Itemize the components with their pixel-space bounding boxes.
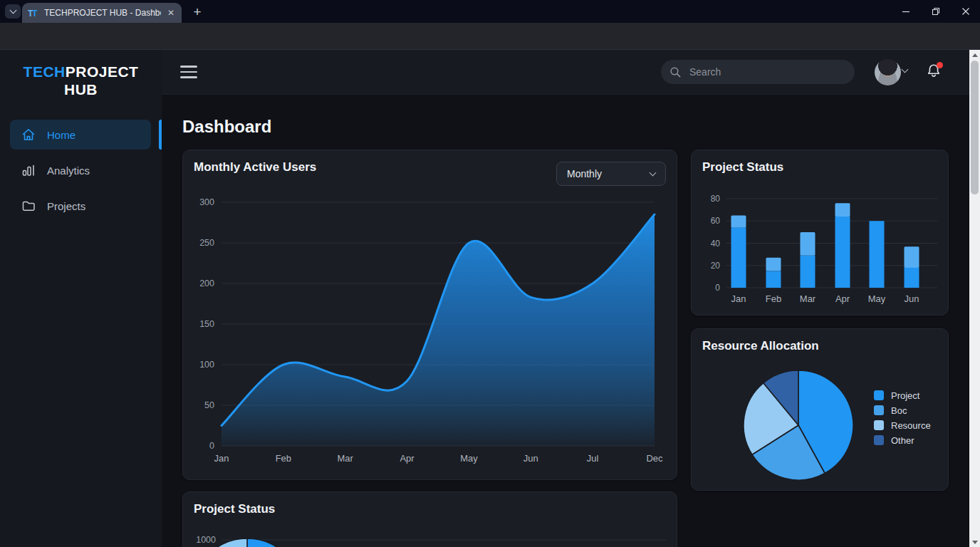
axis-tick-label: 0 [209, 441, 214, 451]
window-controls [902, 0, 974, 23]
axis-tick-label: 40 [711, 239, 721, 249]
card-monthly-active-users: Monthly Active Users Monthly 05010015020… [182, 150, 677, 480]
search-box[interactable] [661, 60, 855, 84]
bar-chart: 020406080JanFebMarAprMayJun [692, 190, 949, 311]
axis-tick-label: 50 [204, 400, 214, 410]
period-select[interactable]: Monthly [556, 162, 666, 186]
bar-segment [835, 217, 850, 288]
legend-swatch [874, 405, 884, 415]
axis-tick-label: 150 [199, 319, 214, 329]
sidebar-item-home[interactable]: Home [10, 120, 151, 150]
sidebar-item-projects[interactable]: Projects [10, 191, 151, 221]
bar-segment [731, 228, 746, 288]
page-title: Dashboard [182, 117, 271, 137]
bar-segment-light [731, 215, 746, 227]
search-icon [669, 66, 682, 78]
logo-part-accent: TECH [24, 63, 66, 80]
minimize-button[interactable] [902, 7, 910, 16]
user-avatar[interactable] [875, 59, 901, 85]
bar-segment [801, 256, 815, 288]
axis-tick-label: Jul [587, 453, 599, 464]
tab-search-button[interactable] [5, 4, 21, 19]
axis-tick-label: 100 [199, 360, 214, 370]
axis-tick-label: May [868, 293, 886, 304]
legend-item[interactable]: Project [874, 390, 931, 400]
axis-tick-label: Feb [766, 293, 781, 304]
axis-tick-label: Jan [214, 453, 229, 464]
bar-segment-light [766, 258, 781, 271]
bar-segment-light [905, 246, 919, 268]
site-favicon: T T [28, 7, 39, 19]
axis-tick-label: Apr [835, 293, 850, 304]
logo-line2: HUB [0, 80, 162, 98]
axis-tick-label: Dec [646, 453, 663, 464]
new-tab-button[interactable]: + [188, 3, 207, 21]
legend-label: Resource [891, 420, 931, 431]
legend-swatch [874, 420, 884, 430]
main-content: Dashboard Monthly Active Users Monthly 0… [162, 95, 969, 547]
legend-label: Other [891, 435, 914, 446]
bar-segment [905, 268, 919, 288]
app-header [162, 50, 969, 95]
sidebar-item-analytics[interactable]: Analytics [10, 155, 151, 185]
card-project-status-bar: Project Status 020406080JanFebMarAprMayJ… [691, 150, 949, 316]
area-chart: 050100150200250300JanFebMarAprMayJunJulD… [183, 190, 678, 475]
notifications-bell[interactable] [925, 63, 944, 81]
page-scrollbar[interactable] [969, 50, 980, 547]
axis-tick-label: Jun [905, 293, 919, 304]
browser-titlebar: T T TECHPROJECT HUB - Dashboard ✕ + [0, 0, 980, 23]
home-icon [21, 127, 36, 142]
axis-tick-label: Apr [400, 453, 415, 464]
tab-title: TECHPROJECT HUB - Dashboard [44, 8, 161, 18]
legend-item[interactable]: Other [874, 435, 931, 445]
search-input[interactable] [688, 66, 830, 78]
scroll-up-button[interactable] [969, 50, 980, 60]
axis-tick-label: 200 [199, 278, 214, 288]
card-title: Monthly Active Users [194, 160, 316, 174]
axis-tick-label: 250 [199, 238, 214, 248]
axis-tick-label: 80 [711, 194, 721, 204]
profile-chevron-down-icon[interactable] [902, 69, 907, 72]
legend-swatch [874, 390, 884, 400]
tab-close-icon[interactable]: ✕ [166, 8, 176, 18]
axis-tick-label: May [460, 453, 478, 464]
scroll-down-button[interactable] [969, 537, 980, 547]
card-resource-allocation: Resource Allocation Project Boc Resource… [691, 328, 949, 491]
card-project-status-bottom: Project Status 1000 [182, 491, 677, 547]
axis-tick-label: 1000 [196, 535, 216, 545]
pie-legend: Project Boc Resource Other [874, 390, 931, 445]
axis-tick-label: Feb [276, 453, 291, 464]
sidebar-item-label: Home [47, 129, 75, 141]
sidebar-item-label: Projects [47, 200, 85, 212]
svg-text:T: T [32, 9, 38, 19]
bar-segment-light [835, 203, 850, 217]
legend-swatch [874, 435, 884, 445]
axis-tick-label: 300 [199, 197, 214, 207]
scrollbar-thumb[interactable] [971, 61, 979, 194]
chevron-down-icon [650, 170, 657, 177]
sidebar: TECHPROJECT HUB Home Analytics Projects [0, 50, 162, 547]
hamburger-menu-icon[interactable] [180, 66, 197, 78]
axis-tick-label: 20 [711, 261, 721, 271]
area-fill [221, 214, 655, 446]
chevron-down-icon [9, 7, 16, 14]
legend-item[interactable]: Resource [874, 420, 931, 430]
sidebar-item-label: Analytics [47, 165, 90, 177]
legend-item[interactable]: Boc [874, 405, 931, 415]
folder-icon [21, 199, 36, 213]
browser-tab[interactable]: T T TECHPROJECT HUB - Dashboard ✕ [22, 3, 182, 23]
axis-tick-label: Jun [523, 453, 538, 464]
bar-segment [870, 221, 885, 288]
app-logo: TECHPROJECT HUB [0, 63, 162, 98]
legend-label: Boc [891, 405, 907, 416]
restore-button[interactable] [932, 7, 940, 16]
card-title: Project Status [194, 502, 275, 516]
period-select-value: Monthly [567, 168, 602, 179]
legend-label: Project [891, 390, 919, 401]
close-button[interactable] [961, 7, 970, 16]
logo-part-rest: PROJECT [66, 63, 139, 80]
axis-tick-label: Jan [731, 293, 746, 304]
card-title: Project Status [702, 160, 783, 174]
bar-segment-light [801, 232, 815, 256]
analytics-chart-icon [21, 163, 36, 177]
